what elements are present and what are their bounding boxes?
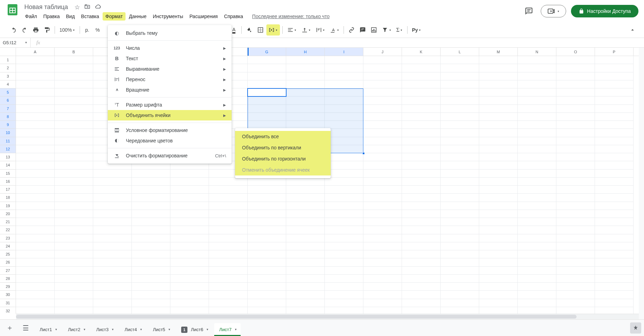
cell[interactable] <box>55 258 93 266</box>
cell[interactable] <box>132 283 170 291</box>
cell[interactable] <box>325 218 363 226</box>
cell[interactable] <box>363 178 402 186</box>
cell[interactable] <box>132 291 170 299</box>
cell[interactable] <box>518 113 556 121</box>
cell[interactable] <box>363 275 402 283</box>
cell[interactable] <box>286 72 325 80</box>
cell[interactable] <box>441 145 479 153</box>
cell[interactable] <box>479 96 518 104</box>
cell[interactable] <box>402 121 441 129</box>
cell[interactable] <box>325 226 363 234</box>
text-rotation-button[interactable]: ▼ <box>328 24 341 36</box>
cell[interactable] <box>441 202 479 210</box>
cell[interactable] <box>595 96 634 104</box>
format-number[interactable]: 123 Числа ▶ <box>108 43 232 53</box>
cell[interactable] <box>595 64 634 72</box>
cell[interactable] <box>363 242 402 250</box>
cell[interactable] <box>556 202 595 210</box>
cell[interactable] <box>402 56 441 64</box>
cell[interactable] <box>363 64 402 72</box>
cell[interactable] <box>441 56 479 64</box>
cell[interactable] <box>556 194 595 202</box>
cell[interactable] <box>556 234 595 242</box>
cell[interactable] <box>248 275 286 283</box>
cell[interactable] <box>441 137 479 145</box>
cell[interactable] <box>402 210 441 218</box>
format-merge-cells[interactable]: Объединить ячейки ▶ <box>108 110 232 120</box>
cell[interactable] <box>556 56 595 64</box>
cell[interactable] <box>325 56 363 64</box>
cell[interactable] <box>93 299 132 307</box>
cell[interactable] <box>479 129 518 137</box>
cell[interactable] <box>325 210 363 218</box>
cell[interactable] <box>93 242 132 250</box>
comments-button[interactable] <box>522 4 536 18</box>
row-header[interactable]: 3 <box>0 72 16 80</box>
row-header[interactable]: 10 <box>0 129 16 137</box>
cell[interactable] <box>209 283 248 291</box>
cell[interactable] <box>93 307 132 314</box>
collapse-toolbar-button[interactable] <box>629 27 636 33</box>
format-wrapping[interactable]: Перенос ▶ <box>108 74 232 85</box>
cell[interactable] <box>402 258 441 266</box>
all-sheets-button[interactable]: ☰ <box>19 321 33 335</box>
merge-vertical[interactable]: Объединить по вертикали <box>235 142 331 153</box>
cell[interactable] <box>93 258 132 266</box>
cell[interactable] <box>518 96 556 104</box>
cell[interactable] <box>93 170 132 178</box>
cell[interactable] <box>402 145 441 153</box>
cell[interactable] <box>55 56 93 64</box>
row-header[interactable]: 5 <box>0 88 16 96</box>
cell[interactable] <box>556 137 595 145</box>
insert-comment-button[interactable] <box>357 24 368 36</box>
cell[interactable] <box>595 299 634 307</box>
cell[interactable] <box>132 258 170 266</box>
cell[interactable] <box>402 283 441 291</box>
cell[interactable] <box>595 202 634 210</box>
row-header[interactable]: 13 <box>0 153 16 161</box>
cell[interactable] <box>55 178 93 186</box>
cell[interactable] <box>170 210 209 218</box>
cell[interactable] <box>595 80 634 88</box>
move-icon[interactable] <box>84 3 90 11</box>
format-currency-button[interactable]: р. <box>82 25 92 35</box>
merge-cells-button[interactable]: ▼ <box>266 24 280 36</box>
cell[interactable] <box>248 234 286 242</box>
cell[interactable] <box>518 202 556 210</box>
cell[interactable] <box>170 234 209 242</box>
cell[interactable] <box>286 291 325 299</box>
cell[interactable] <box>595 250 634 258</box>
cell[interactable] <box>55 153 93 161</box>
cell[interactable] <box>325 105 363 113</box>
cell[interactable] <box>479 283 518 291</box>
cell[interactable] <box>16 234 55 242</box>
redo-button[interactable] <box>19 24 30 36</box>
cell[interactable] <box>479 145 518 153</box>
cell[interactable] <box>595 161 634 169</box>
cell[interactable] <box>479 194 518 202</box>
cell[interactable] <box>441 161 479 169</box>
cell[interactable] <box>132 202 170 210</box>
cell[interactable] <box>55 145 93 153</box>
cell[interactable] <box>248 242 286 250</box>
cell[interactable] <box>556 72 595 80</box>
cell[interactable] <box>16 161 55 169</box>
print-button[interactable] <box>31 24 41 36</box>
row-header[interactable]: 7 <box>0 105 16 113</box>
cell[interactable] <box>556 170 595 178</box>
cell[interactable] <box>402 80 441 88</box>
cell[interactable] <box>518 56 556 64</box>
row-header[interactable]: 2 <box>0 64 16 72</box>
cell[interactable] <box>518 194 556 202</box>
cell[interactable] <box>595 258 634 266</box>
cell[interactable] <box>402 161 441 169</box>
chevron-down-icon[interactable]: ▼ <box>167 328 172 331</box>
cell[interactable] <box>286 218 325 226</box>
row-header[interactable]: 14 <box>0 161 16 169</box>
select-all-corner[interactable] <box>0 48 16 56</box>
cell[interactable] <box>363 186 402 194</box>
cell[interactable] <box>441 210 479 218</box>
language-button[interactable]: Ру▼ <box>410 25 423 35</box>
column-header[interactable]: B <box>55 48 93 56</box>
cell[interactable] <box>479 170 518 178</box>
